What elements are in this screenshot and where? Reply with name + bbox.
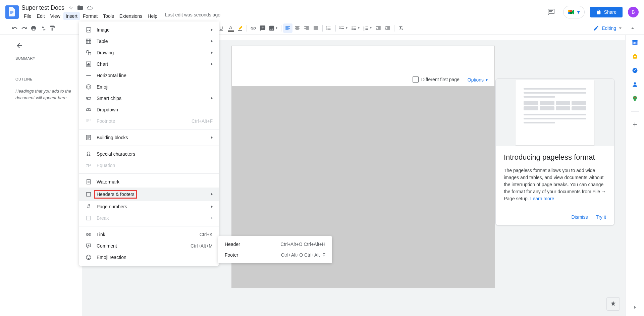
align-justify-button[interactable] [311,23,321,33]
numbered-list-button[interactable]: 123▼ [362,23,374,33]
align-left-button[interactable] [283,23,292,33]
tasks-icon[interactable] [632,67,638,74]
outline-back-button[interactable] [15,42,23,50]
meet-button[interactable]: ▼ [563,6,585,18]
break-icon [85,215,92,221]
insert-comment-item[interactable]: CommentCtrl+Alt+M [79,240,219,252]
collapse-toolbar-button[interactable] [628,23,637,33]
keep-icon[interactable] [632,53,638,60]
move-icon[interactable] [77,5,83,11]
calendar-icon[interactable]: 31 [632,39,638,46]
insert-building-blocks-item[interactable]: Building blocks [79,132,219,143]
insert-page-numbers-item[interactable]: #Page numbers [79,201,219,212]
page-header-editor[interactable]: Different first page Options ▼ [232,46,494,86]
share-button[interactable]: Share [590,7,623,17]
svg-rect-4 [549,11,552,12]
highlight-button[interactable] [235,23,245,33]
spellcheck-button[interactable] [38,23,48,33]
document-title[interactable]: Super test Docs [21,4,64,11]
submenu-header-item[interactable]: HeaderCtrl+Alt+O Ctrl+Alt+H [218,239,332,250]
share-label: Share [604,9,616,15]
line-spacing-button[interactable] [324,23,334,33]
insert-dropdown-item[interactable]: Dropdown [79,104,219,115]
chart-icon [85,61,92,67]
hide-rail-button[interactable] [632,304,638,311]
svg-point-7 [352,28,353,29]
editing-mode-button[interactable]: Editing [590,24,624,33]
insert-watermark-item[interactable]: Watermark [79,176,219,188]
popup-text: The pageless format allows you to add wi… [504,167,606,202]
svg-rect-3 [549,10,553,11]
svg-point-27 [86,85,91,89]
emoji-reaction-icon [85,254,92,261]
insert-link-button[interactable] [249,23,258,33]
checklist-button[interactable]: ▼ [337,23,350,33]
menu-file[interactable]: File [21,12,34,20]
align-right-button[interactable] [302,23,311,33]
insert-smart-chips-item[interactable]: Smart chips [79,93,219,104]
pencil-icon [593,25,599,31]
add-comment-button[interactable] [258,23,267,33]
clear-format-button[interactable] [396,23,406,33]
redo-button[interactable] [19,23,29,33]
add-addon-icon[interactable] [632,121,638,128]
header-options-button[interactable]: Options ▼ [468,77,488,83]
popup-title: Introducing pageless format [504,153,606,162]
svg-rect-30 [86,97,91,99]
increase-indent-button[interactable] [383,23,392,33]
try-it-button[interactable]: Try it [596,214,606,220]
insert-emoji-item[interactable]: Emoji [79,81,219,93]
insert-link-item[interactable]: LinkCtrl+K [79,229,219,240]
submenu-footer-item[interactable]: FooterCtrl+Alt+O Ctrl+Alt+F [218,250,332,260]
contacts-icon[interactable] [632,81,638,88]
insert-horizontal-line-item[interactable]: Horizontal line [79,70,219,81]
align-center-button[interactable] [292,23,302,33]
insert-drawing-item[interactable]: Drawing [79,47,219,58]
different-first-page-toggle[interactable]: Different first page [413,76,460,83]
star-icon[interactable]: ☆ [68,5,74,11]
menu-extensions[interactable]: Extensions [117,12,145,20]
table-icon [85,38,92,45]
caret-down-icon: ▼ [485,78,488,82]
menu-help[interactable]: Help [145,12,160,20]
menu-tools[interactable]: Tools [101,12,116,20]
insert-special-chars-item[interactable]: ΩSpecial characters [79,148,219,160]
paint-format-button[interactable] [48,23,57,33]
maps-icon[interactable] [632,95,638,102]
dismiss-button[interactable]: Dismiss [571,214,588,220]
checkbox-icon[interactable] [413,76,419,83]
print-button[interactable] [29,23,38,33]
svg-point-31 [87,98,88,99]
menu-insert[interactable]: Insert [63,12,80,20]
last-edit-link[interactable]: Last edit was seconds ago [165,12,220,20]
cloud-saved-icon[interactable] [87,5,93,11]
explore-button[interactable] [606,297,620,311]
svg-rect-18 [86,28,91,32]
text-color-button[interactable]: A [226,23,235,33]
lock-icon [596,9,601,15]
insert-equation-item: π²Equation [79,160,219,171]
avatar[interactable]: B [628,7,639,17]
svg-rect-25 [89,64,90,66]
insert-image-item[interactable]: Image [79,24,219,36]
insert-emoji-reaction-item[interactable]: Emoji reaction [79,252,219,263]
svg-rect-23 [87,64,88,66]
undo-button[interactable] [10,23,19,33]
menu-format[interactable]: Format [80,12,100,20]
decrease-indent-button[interactable] [374,23,383,33]
insert-table-item[interactable]: Table [79,36,219,47]
comments-history-icon[interactable] [544,5,558,19]
menu-edit[interactable]: Edit [35,12,47,20]
insert-chart-item[interactable]: Chart [79,58,219,70]
app-header: Super test Docs ☆ File Edit View Insert … [0,0,644,21]
bulleted-list-button[interactable]: ▼ [350,23,362,33]
svg-point-28 [88,86,88,87]
docs-logo-icon[interactable] [5,5,19,19]
insert-headers-footers-item[interactable]: Headers & footers [79,188,219,201]
footnote-icon: 1 [85,118,92,124]
menu-view[interactable]: View [48,12,63,20]
hash-icon: # [85,203,92,210]
insert-image-button[interactable]: ▼ [267,23,279,33]
learn-more-link[interactable]: Learn more [530,196,554,201]
popup-preview [496,79,614,146]
